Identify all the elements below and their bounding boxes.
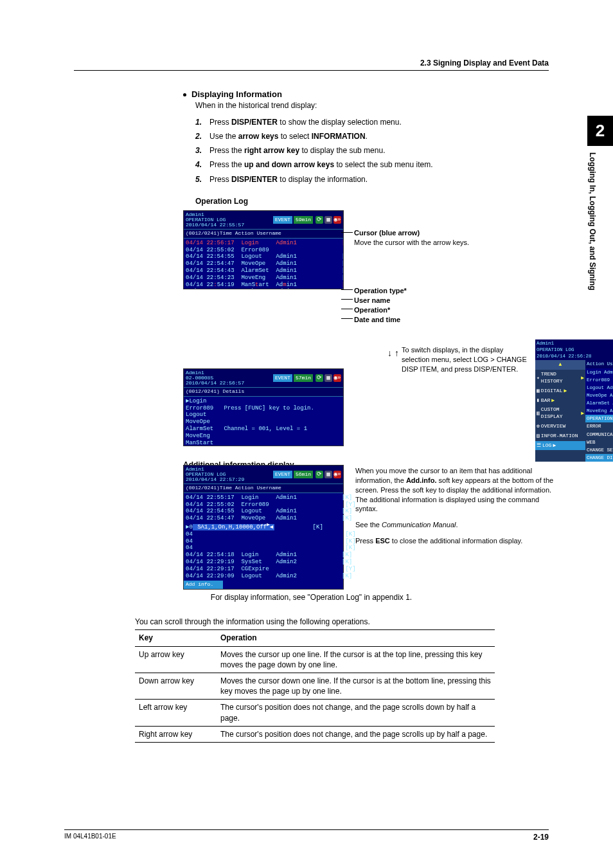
screen-titlebar: Admin102-0000852010/04/14 22:56:57 EVENT… <box>184 369 343 387</box>
screen-titlebar: Admin1OPERATION LOG2010/04/14 22:57:29 E… <box>184 466 343 484</box>
scroll-operations-table: Key Operation Up arrow key Moves the cur… <box>135 629 495 743</box>
sound-icon: ◉» <box>333 374 341 382</box>
event-badge: EVENT <box>273 471 292 479</box>
callout-user: User name <box>354 296 390 305</box>
bullet-title-text: Displaying Information <box>191 89 282 99</box>
menu-popup-screen: Admin1OPERATION LOG2010/04/14 22:56:28 E… <box>535 339 613 462</box>
th-operation: Operation <box>217 630 495 646</box>
callout-datetime: Date and time <box>354 315 400 325</box>
bubble-text: SA1,1,On,H,10000,Off▶◀ <box>193 524 274 530</box>
bullet-dot-icon <box>183 93 186 96</box>
step-num: 4. <box>195 159 209 170</box>
sound-icon: ◉» <box>333 216 341 224</box>
cell-key: Down arrow key <box>135 673 217 699</box>
addl-rows: 04/14 22:55:17 Login Admin1 [K] 04/14 22… <box>184 493 343 581</box>
table-row: Left arrow key The cursor's position doe… <box>135 700 495 726</box>
intro-line: When in the historical trend display: <box>195 100 549 111</box>
step-text: Press DISP/ENTER to show the display sel… <box>209 117 549 127</box>
sound-icon: ◉» <box>333 471 341 478</box>
step: 2. Use the arrow keys to select INFORMAT… <box>195 131 549 141</box>
column-header: (0012/0241)Time Action Username <box>184 229 343 239</box>
callout-cursor-desc: Move the cursor with the arrow keys. <box>354 239 469 246</box>
additional-info-note: When you move the cursor to an item that… <box>355 466 555 552</box>
screen-titlebar: Admin1OPERATION LOG2010/04/14 22:55:57 E… <box>184 211 343 229</box>
callout-operation: Operation* <box>354 305 390 315</box>
step: 1. Press DISP/ENTER to show the display … <box>195 117 549 127</box>
operation-log-title: Operation Log <box>195 196 549 206</box>
step-num: 2. <box>195 131 209 141</box>
switch-display-note: To switch displays, in the display selec… <box>402 345 530 374</box>
log-rows: 04/14 22:56:17 Login Admin1 [K] 04/14 22… <box>184 239 343 289</box>
callout-cursor-title: Cursor (blue arrow) <box>354 229 420 237</box>
step-num: 3. <box>195 145 209 156</box>
section-header: 2.3 Signing Display and Event Data <box>74 58 549 71</box>
footer: IM 04L41B01-01E 2-19 <box>64 829 549 842</box>
steps-list: 1. Press DISP/ENTER to show the display … <box>195 117 549 185</box>
time-badge: 57min <box>294 374 313 383</box>
refresh-icon: ⟳ <box>315 374 323 382</box>
refresh-icon: ⟳ <box>315 471 323 478</box>
step: 4. Press the up and down arrow keys to s… <box>195 159 549 170</box>
cell-op: Moves the cursor down one line. If the c… <box>217 673 495 699</box>
grid-icon: ▦ <box>324 216 332 224</box>
step: 3. Press the right arrow key to display … <box>195 145 549 156</box>
detailed-display-screen: Admin102-0000852010/04/14 22:56:57 EVENT… <box>183 368 344 446</box>
cell-key: Up arrow key <box>135 646 217 673</box>
add-info-softkey[interactable]: Add info. <box>184 581 223 589</box>
step-num: 5. <box>195 174 209 185</box>
cell-op: The cursor's position does not change, a… <box>217 726 495 742</box>
time-badge: 59min <box>294 216 313 224</box>
chapter-number: 2 <box>587 116 613 146</box>
table-row: Up arrow key Moves the cursor up one lin… <box>135 646 495 673</box>
th-key: Key <box>135 630 217 646</box>
chapter-label: Logging In, Logging Out, and Signing <box>587 146 604 345</box>
column-header: (0012/0241) Details <box>184 387 343 397</box>
cell-op: Moves the cursor up one line. If the cur… <box>217 646 495 673</box>
step-text: Press the right arrow key to display the… <box>209 145 549 156</box>
event-badge: EVENT <box>273 374 292 383</box>
additional-info-screen: Admin1OPERATION LOG2010/04/14 22:57:29 E… <box>183 465 344 590</box>
chapter-tab: 2 Logging In, Logging Out, and Signing <box>587 116 613 345</box>
footer-page: 2-19 <box>533 832 549 842</box>
step-num: 1. <box>195 117 209 127</box>
appendix-note: For display information, see "Operation … <box>74 592 549 602</box>
detail-rows: ►Login Error089 Press [FUNC] key to logi… <box>184 397 343 446</box>
table-intro: You can scroll through the information u… <box>135 617 549 627</box>
column-header: (0012/0241)Time Action Username <box>184 484 343 493</box>
callout-op-type: Operation type* <box>354 286 407 296</box>
cell-key: Right arrow key <box>135 726 217 742</box>
table-row: Down arrow key Moves the cursor down one… <box>135 673 495 699</box>
footer-code: IM 04L41B01-01E <box>64 832 116 842</box>
grid-icon: ▦ <box>324 471 332 478</box>
time-badge: 56min <box>294 471 313 479</box>
vertical-arrows-icon: ↓ ↑ <box>387 347 399 359</box>
step-text: Use the arrow keys to select INFORMATION… <box>209 131 549 141</box>
table-row: Right arrow key The cursor's position do… <box>135 726 495 742</box>
step-text: Press the up and down arrow keys to sele… <box>209 159 549 170</box>
step: 5. Press DISP/ENTER to display the infor… <box>195 174 549 185</box>
figure-area: Admin1OPERATION LOG2010/04/14 22:55:57 E… <box>183 210 549 583</box>
step-text: Press DISP/ENTER to display the informat… <box>209 174 549 185</box>
operation-log-screen: Admin1OPERATION LOG2010/04/14 22:55:57 E… <box>183 210 344 289</box>
cell-key: Left arrow key <box>135 700 217 726</box>
grid-icon: ▦ <box>324 374 332 382</box>
bullet-title: Displaying Information <box>183 89 549 100</box>
cell-op: The cursor's position does not change, a… <box>217 700 495 726</box>
event-badge: EVENT <box>273 216 292 224</box>
refresh-icon: ⟳ <box>315 216 323 224</box>
